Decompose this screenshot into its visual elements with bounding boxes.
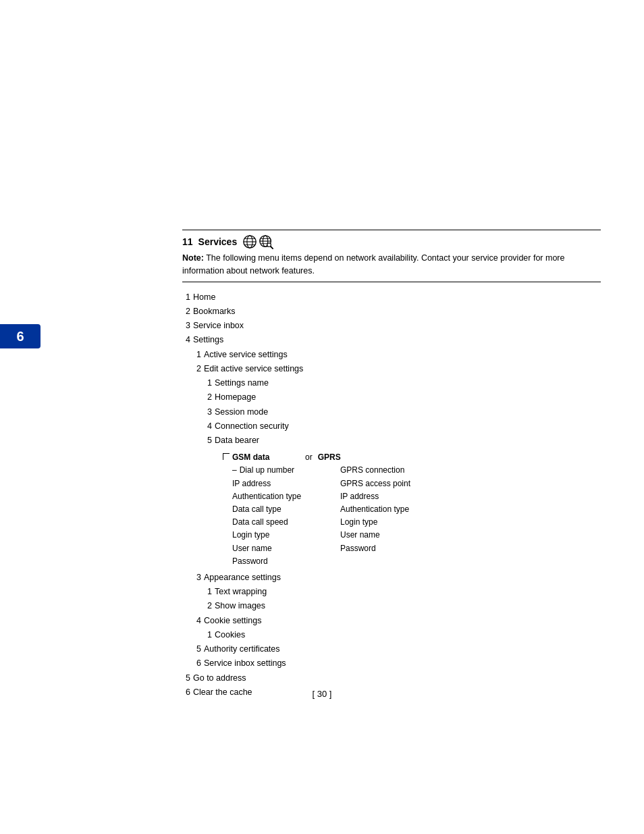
list-item: 2 Homepage [204,390,601,405]
list-item: 2 Edit active service settings [193,362,601,376]
list-item: 5 Go to address [182,671,601,685]
list-item: 4 Cookie settings [193,614,601,628]
list-item: 5 Data bearer [204,434,601,448]
section-number: 11 [182,236,193,247]
list-item: 3 Service inbox [182,319,601,333]
bearer-items-row: –Dial up number IP address Authenticatio… [232,464,601,568]
authority-certificates-label: Authority certificates [204,642,280,656]
list-item: 2 Bookmarks [182,305,601,319]
list-item: –Dial up number [232,464,327,477]
note-text: The following menu items depend on netwo… [182,253,564,276]
chapter-tab: 6 [0,324,41,348]
list-item: User name [232,542,327,555]
list-item: 1 Home [182,290,601,305]
list-item: 2 Show images [204,599,601,613]
list-item: Data call type [232,503,327,516]
bearer-header-row: GSM data or GPRS [223,449,601,464]
list-item: IP address [340,490,428,503]
page-container: 6 11 Services [0,0,644,834]
list-item: GPRS connection [340,464,428,477]
main-content: 11 Services [182,230,601,700]
gsm-header: GSM data [232,451,300,464]
list-item: 1 Settings name [204,376,601,390]
chapter-number: 6 [16,329,24,344]
svg-point-11 [267,243,271,247]
section-header: 11 Services [182,234,601,249]
list-item: Login type [340,516,428,529]
gprs-items: GPRS connection GPRS access point IP add… [340,464,428,568]
note-block: Note: The following menu items depend on… [182,252,601,278]
list-item: 3 Session mode [204,405,601,419]
list-item: 3 Appearance settings [193,571,601,585]
note-label: Note: [182,253,204,263]
bottom-rule [182,282,601,282]
gsm-items: –Dial up number IP address Authenticatio… [232,464,327,568]
list-item: IP address [232,477,327,490]
menu-list-top: 1 Home 2 Bookmarks 3 Service inbox 4 Set… [182,290,601,448]
or-text: or [305,451,313,464]
list-item: Authentication type [340,503,428,516]
list-item: User name [340,529,428,542]
list-item: Password [340,542,428,555]
list-item: 6 Clear the cache [182,685,601,700]
list-item: Password [232,555,327,568]
list-item: 1 Cookies [204,628,601,642]
list-item: Data call speed [232,516,327,529]
list-item-authority-certificates: 5 Authority certificates [193,642,601,656]
gprs-header: GPRS [318,451,341,464]
page-number: [ 30 ] [313,689,332,699]
list-item: 4 Connection security [204,419,601,434]
globe-icon-2 [259,234,273,249]
list-item: Login type [232,529,327,542]
top-rule [182,230,601,230]
section-icons [242,234,273,249]
globe-icon-1 [242,234,257,249]
list-item: 4 Settings [182,333,601,347]
list-item: 1 Text wrapping [204,585,601,599]
list-item: GPRS access point [340,477,428,490]
list-item: 6 Service inbox settings [193,656,601,671]
bearer-bracket [223,453,230,460]
list-item: Authentication type [232,490,327,503]
list-item: 1 Active service settings [193,348,601,362]
menu-list-bottom: 3 Appearance settings 1 Text wrapping 2 … [182,571,601,700]
section-title: Services [198,236,238,247]
